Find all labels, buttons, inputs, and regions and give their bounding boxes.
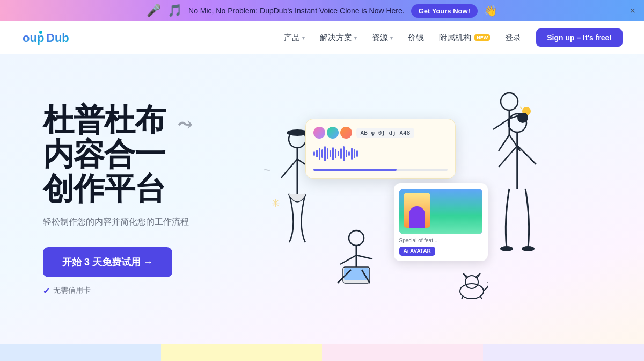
nav-item-pricing[interactable]: 价钱 — [408, 33, 424, 43]
chevron-down-icon: ▾ — [302, 35, 305, 41]
video-thumbnail — [399, 189, 482, 234]
svg-line-20 — [340, 255, 356, 264]
svg-point-18 — [349, 230, 364, 246]
pet-figure — [456, 272, 488, 301]
chevron-down-icon: ▾ — [390, 35, 393, 41]
banner-emoji-left: 🎤 — [147, 4, 161, 18]
svg-text:Dub: Dub — [46, 31, 69, 45]
waveform — [313, 144, 448, 163]
svg-point-2 — [39, 31, 42, 34]
svg-line-21 — [356, 255, 372, 259]
hero-subtitle: 轻松制作您的内容并简化您的工作流程 — [43, 216, 192, 228]
logo[interactable]: oup Dub — [21, 28, 80, 47]
person-figure-right — [493, 113, 541, 255]
navbar: oup Dub 产品 ▾ 解决方案 ▾ 资源 ▾ 价钱 附属机构 NEW 登录 … — [0, 21, 644, 54]
text-pill: AB ψ 0} dj A48 — [356, 128, 415, 138]
svg-line-16 — [520, 107, 522, 109]
banner-emoji-mic: 🎵 — [167, 4, 182, 18]
feature-text-to-idea: 想法到文字 📝 ✍️ — [0, 344, 161, 361]
svg-point-8 — [501, 93, 518, 110]
hero-deco-squiggle: ⤳ — [178, 115, 192, 134]
nav-login[interactable]: 登录 — [505, 33, 521, 43]
nav-item-products[interactable]: 产品 ▾ — [284, 33, 305, 43]
check-icon: ✔ — [43, 286, 50, 296]
hero-title: 杜普杜布 ⤳ 内容合一 创作平台 — [43, 103, 192, 205]
svg-point-31 — [500, 246, 513, 251]
features-section: 想法到文字 📝 ✍️ 文字转语音 🔊 🎙️ 免费开始 人工智能头像 🤖 👤 探索… — [0, 344, 644, 361]
hero-illustration: AB ψ 0} dj A48 — [192, 86, 612, 312]
svg-point-4 — [287, 129, 308, 136]
deco-squiggle: ~ — [263, 162, 271, 178]
nav-links: 产品 ▾ 解决方案 ▾ 资源 ▾ 价钱 附属机构 NEW 登录 Sign up … — [284, 28, 623, 47]
progress-bar — [313, 169, 448, 171]
nav-item-affiliate[interactable]: 附属机构 NEW — [439, 33, 490, 43]
svg-line-29 — [499, 146, 517, 167]
svg-line-38 — [480, 296, 482, 299]
nav-item-solutions[interactable]: 解决方案 ▾ — [320, 33, 357, 43]
banner-text: No Mic, No Problem: DupDub's Instant Voi… — [188, 6, 405, 15]
hero-cta-button[interactable]: 开始 3 天免费试用 → — [43, 247, 172, 277]
svg-line-30 — [517, 146, 536, 164]
svg-line-35 — [461, 296, 463, 299]
no-credit-card-label: ✔ 无需信用卡 — [43, 286, 192, 296]
chevron-down-icon: ▾ — [354, 35, 357, 41]
tts-card: AB ψ 0} dj A48 — [305, 119, 456, 179]
video-card: Special of feat... Ai AVATAR — [394, 183, 488, 261]
ai-avatar-badge: Ai AVATAR — [399, 247, 435, 256]
feature-tts: 文字转语音 🔊 🎙️ 免费开始 — [161, 344, 322, 361]
svg-point-34 — [465, 276, 478, 288]
top-banner: 🎤 🎵 No Mic, No Problem: DupDub's Instant… — [0, 0, 644, 21]
feature-ai-avatar: 人工智能头像 🤖 👤 探索 — [322, 344, 483, 361]
signup-button[interactable]: Sign up – It's free! — [536, 28, 623, 47]
new-badge: NEW — [474, 34, 490, 41]
feature-ai-video: 人工智能视频编辑 使用我们强大的视频编辑功能，像专业人士一样增强您的视频。轻松修… — [483, 344, 644, 361]
person-figure-sitting — [332, 229, 380, 296]
svg-point-32 — [522, 246, 535, 251]
banner-hand-emoji: 👋 — [484, 4, 497, 17]
video-label: Special of feat... — [399, 237, 482, 243]
hero-section: 杜普杜布 ⤳ 内容合一 创作平台 轻松制作您的内容并简化您的工作流程 开始 3 … — [0, 54, 644, 344]
close-icon[interactable]: × — [630, 5, 635, 17]
svg-line-6 — [281, 159, 297, 178]
banner-cta-button[interactable]: Get Yours Now! — [411, 4, 478, 18]
nav-item-resources[interactable]: 资源 ▾ — [372, 33, 393, 43]
hero-content: 杜普杜布 ⤳ 内容合一 创作平台 轻松制作您的内容并简化您的工作流程 开始 3 … — [43, 103, 192, 295]
